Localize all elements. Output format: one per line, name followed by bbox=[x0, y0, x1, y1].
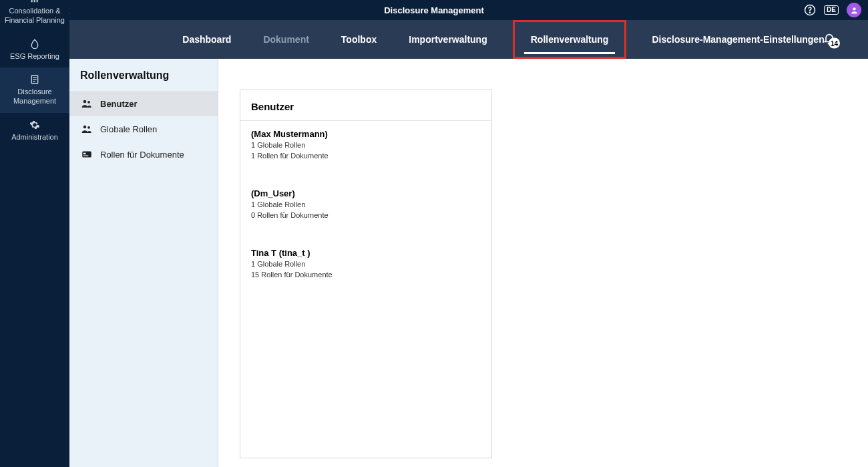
sidebar-item-label: ESG Reporting bbox=[10, 52, 59, 60]
user-global-roles: 1 Globale Rollen bbox=[251, 200, 481, 210]
gear-icon bbox=[4, 120, 65, 130]
svg-rect-10 bbox=[37, 0, 38, 2]
app-title: Disclosure Management bbox=[0, 5, 868, 15]
primary-sidebar: Consolidation & Financial Planning ESG R… bbox=[0, 0, 69, 467]
sidepanel-item-doc-rollen[interactable]: Rollen für Dokumente bbox=[69, 142, 218, 167]
user-meta: 1 Globale Rollen 1 Rollen für Dokumente bbox=[251, 140, 481, 162]
svg-rect-20 bbox=[83, 153, 86, 154]
notification-count: 14 bbox=[829, 38, 840, 49]
sidebar-item-consolidation[interactable]: Consolidation & Financial Planning bbox=[0, 0, 69, 32]
user-name: Tina T (tina_t ) bbox=[251, 248, 481, 258]
users-icon bbox=[80, 98, 93, 110]
bar-chart-icon bbox=[4, 0, 65, 4]
sidepanel-item-label: Rollen für Dokumente bbox=[100, 150, 184, 160]
section-sidebar: Rollenverwaltung Benutzer Globale Rollen bbox=[69, 59, 218, 467]
user-row[interactable]: Tina T (tina_t ) 1 Globale Rollen 15 Rol… bbox=[240, 240, 491, 283]
topbar: Lucanet Disclosure Management DE bbox=[0, 0, 868, 20]
svg-point-17 bbox=[83, 126, 87, 129]
user-doc-roles: 15 Rollen für Dokumente bbox=[251, 270, 481, 281]
secondary-nav: Dashboard Dokument Toolbox Importverwalt… bbox=[69, 20, 868, 59]
user-avatar[interactable] bbox=[847, 3, 861, 17]
sidepanel-item-benutzer[interactable]: Benutzer bbox=[69, 91, 218, 116]
users-card: Benutzer (Max Mustermann) 1 Globale Roll… bbox=[240, 90, 492, 458]
user-meta: 1 Globale Rollen 15 Rollen für Dokumente bbox=[251, 259, 481, 281]
help-icon[interactable] bbox=[804, 4, 816, 16]
sidepanel-item-label: Benutzer bbox=[100, 99, 138, 109]
user-icon bbox=[850, 6, 859, 15]
tab-dashboard[interactable]: Dashboard bbox=[176, 30, 238, 49]
sidebar-item-esg[interactable]: ESG Reporting bbox=[0, 32, 69, 68]
svg-point-16 bbox=[87, 101, 90, 104]
sidebar-item-label: Administration bbox=[11, 133, 58, 141]
user-doc-roles: 0 Rollen für Dokumente bbox=[251, 210, 481, 221]
user-name: (Dm_User) bbox=[251, 188, 481, 198]
card-icon bbox=[80, 148, 93, 160]
card-title: Benutzer bbox=[240, 90, 491, 121]
tab-rollen[interactable]: Rollenverwaltung bbox=[524, 30, 616, 49]
sidebar-item-label: Consolidation & Financial Planning bbox=[5, 7, 65, 24]
user-global-roles: 1 Globale Rollen bbox=[251, 259, 481, 270]
tab-highlight: Rollenverwaltung bbox=[513, 20, 627, 59]
doc-icon bbox=[4, 74, 65, 85]
section-title: Rollenverwaltung bbox=[69, 69, 218, 91]
notifications-button[interactable]: 14 bbox=[823, 32, 836, 47]
user-name: (Max Mustermann) bbox=[251, 129, 481, 139]
user-global-roles: 1 Globale Rollen bbox=[251, 140, 481, 151]
users-icon bbox=[80, 123, 93, 135]
leaf-icon bbox=[4, 39, 65, 49]
sidebar-item-disclosure[interactable]: Disclosure Management bbox=[0, 67, 69, 113]
sidebar-item-admin[interactable]: Administration bbox=[0, 113, 69, 149]
tab-import[interactable]: Importverwaltung bbox=[402, 30, 493, 49]
svg-point-7 bbox=[853, 7, 855, 10]
sidepanel-item-label: Globale Rollen bbox=[100, 124, 157, 134]
svg-rect-8 bbox=[31, 0, 33, 2]
tab-dokument[interactable]: Dokument bbox=[256, 30, 315, 49]
svg-point-18 bbox=[87, 126, 90, 129]
tab-toolbox[interactable]: Toolbox bbox=[335, 30, 383, 49]
user-doc-roles: 1 Rollen für Dokumente bbox=[251, 151, 481, 162]
user-row[interactable]: (Dm_User) 1 Globale Rollen 0 Rollen für … bbox=[240, 180, 491, 224]
sidebar-item-label: Disclosure Management bbox=[13, 88, 56, 105]
user-row[interactable]: (Max Mustermann) 1 Globale Rollen 1 Roll… bbox=[240, 121, 491, 164]
svg-rect-21 bbox=[83, 156, 89, 156]
svg-rect-9 bbox=[34, 0, 35, 2]
language-selector[interactable]: DE bbox=[824, 5, 839, 15]
tab-settings[interactable]: Disclosure-Management-Einstellungen bbox=[645, 30, 831, 49]
main-content: Benutzer (Max Mustermann) 1 Globale Roll… bbox=[218, 59, 868, 467]
user-meta: 1 Globale Rollen 0 Rollen für Dokumente bbox=[251, 200, 481, 221]
svg-point-15 bbox=[83, 100, 87, 104]
svg-point-6 bbox=[809, 12, 810, 13]
sidepanel-item-globale-rollen[interactable]: Globale Rollen bbox=[69, 116, 218, 142]
